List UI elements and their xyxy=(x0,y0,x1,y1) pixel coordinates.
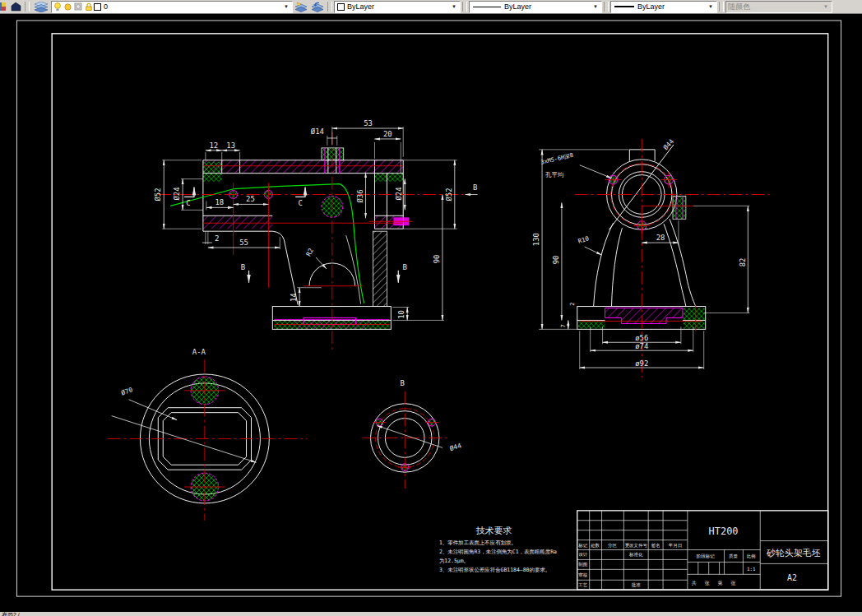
dim-label: Ø44 xyxy=(662,137,675,151)
tb-scale: 1:1 xyxy=(747,566,756,572)
application-window: 0 ▼ ByLayer ▼ ByLayer ▼ xyxy=(0,0,862,616)
section-label: C xyxy=(186,199,190,207)
home-icon xyxy=(11,2,21,12)
tb-cell: 比例 xyxy=(747,553,756,559)
cad-drawing: 12 13 Ø14 53 20 Ø52 Ø24 18 25 Ø36 Ø24 Ø5… xyxy=(0,13,862,612)
color-swatch xyxy=(337,3,345,11)
dim-label: 28 xyxy=(656,234,665,242)
layer-select[interactable]: 0 ▼ xyxy=(51,1,293,13)
tech-line: 1、零件加工表面上不应有划痕。 xyxy=(439,540,517,546)
dim-label: ø74 xyxy=(635,342,648,350)
toolbar-separator xyxy=(327,2,332,12)
dim-label: 20 xyxy=(383,130,392,138)
chevron-down-icon[interactable]: ▼ xyxy=(591,4,600,9)
layer-vp-freeze-icon xyxy=(74,2,83,12)
side-view: 3xM5-6H深8 孔平均 Ø44 130 90 R10 28 82 2 7 ø… xyxy=(532,137,769,377)
color-value: ByLayer xyxy=(347,2,374,11)
dim-label: ø56 xyxy=(635,334,648,342)
view-label: B xyxy=(401,379,405,387)
tb-cell: 标记 xyxy=(577,543,587,549)
tb-cell: 审核 xyxy=(578,572,587,577)
section-label: B xyxy=(473,183,477,192)
chevron-down-icon[interactable]: ▼ xyxy=(450,4,458,9)
dim-label: 53 xyxy=(364,119,373,127)
layers-icon xyxy=(35,2,48,12)
tech-line: 2、未注明圆角R3，未注倒角为C1，表面粗糙度Ra xyxy=(439,549,557,555)
dim-label: 90 xyxy=(433,255,441,264)
dim-label: Ø44 xyxy=(449,442,463,452)
tb-cell: 签名 xyxy=(651,543,660,549)
title-block: HT200 砂轮头架毛坯 A2 标记 处数 分区 更改文件号 签名 年月日 设计… xyxy=(577,511,828,590)
chevron-down-icon[interactable]: ▼ xyxy=(282,4,290,9)
top-toolbar: 0 ▼ ByLayer ▼ ByLayer ▼ xyxy=(0,0,862,14)
dim-label: 130 xyxy=(532,233,540,246)
tb-cell: 设计 xyxy=(578,552,587,557)
dim-label: Ø24 xyxy=(173,187,181,200)
chevron-down-icon[interactable]: ▼ xyxy=(707,4,715,9)
tb-cell: 制图 xyxy=(578,562,587,567)
section-aa-view: A-A Ø70 xyxy=(108,348,307,521)
tech-line: 为12.5μm。 xyxy=(439,558,469,564)
tb-cell: 更改文件号 xyxy=(625,543,648,548)
linetype-value: ByLayer xyxy=(504,2,531,11)
layer-freeze-sun-icon xyxy=(63,2,72,12)
palette-icon-button[interactable] xyxy=(0,1,8,12)
tb-cell: 质量 xyxy=(729,553,738,558)
tb-cell: 标准化 xyxy=(628,552,643,558)
tb-cell: 第 xyxy=(718,580,723,586)
color-select[interactable]: ByLayer ▼ xyxy=(334,1,461,13)
tb-cell: 年月日 xyxy=(669,543,682,549)
tb-cell: 张 xyxy=(705,580,710,586)
dim-label: 13 xyxy=(226,141,235,150)
lineweight-value: ByLayer xyxy=(637,2,665,11)
layer-previous-button[interactable] xyxy=(309,1,326,12)
layer-name: 0 xyxy=(104,2,108,11)
dim-label: 7 xyxy=(560,324,567,327)
dim-label: R10 xyxy=(577,234,591,245)
dim-label: Ø70 xyxy=(120,386,134,396)
tech-line: 3、未注明形状公差应符合GB1184—80的要求。 xyxy=(439,567,550,573)
tech-title: 技术要求 xyxy=(476,526,512,536)
dim-label: Ø52 xyxy=(445,188,453,201)
sheet-size: A2 xyxy=(787,573,797,582)
make-layer-current-button[interactable] xyxy=(293,1,309,12)
section-label: B xyxy=(403,263,407,271)
drawing-canvas[interactable]: 12 13 Ø14 53 20 Ø52 Ø24 18 25 Ø36 Ø24 Ø5… xyxy=(0,13,862,612)
dim-label: 18 xyxy=(215,198,224,206)
linetype-select[interactable]: ByLayer ▼ xyxy=(469,1,602,13)
section-b-view: B Ø44 xyxy=(363,379,463,489)
tb-cell: 处数 xyxy=(591,543,600,549)
dim-label: Ø14 xyxy=(311,127,324,136)
dim-label: R2 xyxy=(305,247,316,257)
dim-label: 10 xyxy=(397,310,406,319)
tb-cell: 张 xyxy=(731,580,736,586)
dim-label: Ø52 xyxy=(154,188,162,201)
tb-cell: 共 xyxy=(692,580,697,586)
view-label: A-A xyxy=(192,348,206,356)
dim-label: ø92 xyxy=(635,359,648,368)
section-label: C xyxy=(298,199,302,207)
layout-tab[interactable]: 布局2 / xyxy=(2,612,20,616)
dim-label: Ø36 xyxy=(356,189,364,202)
front-view: 12 13 Ø14 53 20 Ø52 Ø24 18 25 Ø36 Ø24 Ø5… xyxy=(154,119,477,353)
tb-cell: 分区 xyxy=(608,543,617,548)
dim-label: 55 xyxy=(239,239,248,247)
part-name: 砂轮头架毛坯 xyxy=(766,548,821,558)
section-label: B xyxy=(241,263,245,271)
tech-requirements: 技术要求 1、零件加工表面上不应有划痕。 2、未注明圆角R3，未注倒角为C1，表… xyxy=(439,526,557,574)
dim-label: 82 xyxy=(739,258,747,267)
toolbar-separator xyxy=(462,2,467,12)
palette-icon xyxy=(0,2,8,12)
plot-style-value: 随颜色 xyxy=(728,2,750,12)
lineweight-select[interactable]: ByLayer ▼ xyxy=(610,1,717,13)
dim-label: 14 xyxy=(290,293,298,302)
home-icon-button[interactable] xyxy=(8,1,23,12)
tb-cell: 工艺 xyxy=(578,582,587,587)
linetype-sample xyxy=(473,7,501,7)
dim-label: Ø24 xyxy=(395,187,403,200)
layer-properties-button[interactable] xyxy=(31,1,51,12)
dim-label: 2 xyxy=(569,302,576,305)
make-layer-current-icon xyxy=(295,2,308,12)
thread-note: 3xM5-6H深8 xyxy=(540,152,574,166)
tb-cell: 批准 xyxy=(632,582,641,588)
